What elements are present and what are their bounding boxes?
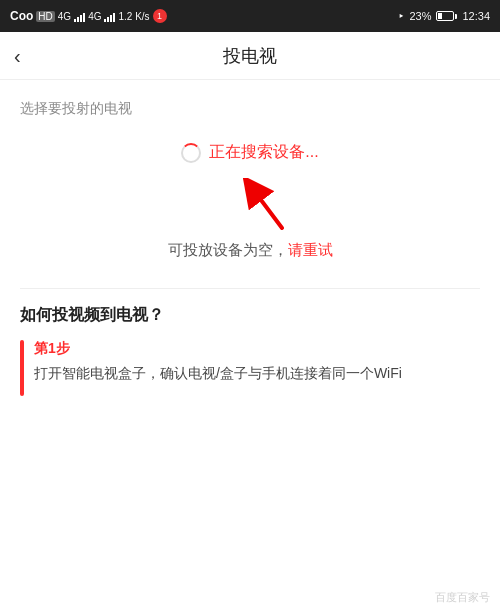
retry-text: 请重试 (288, 241, 333, 258)
red-arrow-icon (240, 178, 300, 233)
svg-line-1 (252, 188, 282, 228)
signal-4g-2: 4G (88, 11, 101, 22)
signal-bars-2 (104, 10, 115, 22)
network-speed: 1.2 K/s (118, 11, 149, 22)
howto-section: 如何投视频到电视？ 第1步 打开智能电视盒子，确认电视/盒子与手机连接着同一个W… (20, 288, 480, 396)
loading-spinner (181, 143, 201, 163)
step-1-desc: 打开智能电视盒子，确认电视/盒子与手机连接着同一个WiFi (34, 362, 480, 384)
watermark: 百度百家号 (435, 590, 490, 605)
main-content: 选择要投射的电视 正在搜索设备... 可投放设备为空，请重试 如何投视频到电视？ (0, 80, 500, 406)
status-right: ‣ 23% 12:34 (398, 10, 490, 23)
app-label: Coo (10, 9, 33, 23)
step-1-content: 第1步 打开智能电视盒子，确认电视/盒子与手机连接着同一个WiFi (34, 340, 480, 396)
searching-area: 正在搜索设备... (20, 142, 480, 163)
back-button[interactable]: ‹ (14, 46, 21, 66)
bluetooth-icon: ‣ (398, 10, 404, 23)
page-title: 投电视 (223, 44, 277, 68)
nav-bar: ‹ 投电视 (0, 32, 500, 80)
searching-text: 正在搜索设备... (209, 142, 318, 163)
status-left: Coo HD 4G 4G 1.2 K/s 1 (10, 9, 167, 23)
empty-message: 可投放设备为空，请重试 (20, 241, 480, 260)
arrow-annotation (20, 183, 480, 233)
battery-icon (436, 11, 457, 21)
howto-title: 如何投视频到电视？ (20, 305, 480, 326)
notif-count: 1 (153, 9, 167, 23)
signal-4g-1: 4G (58, 11, 71, 22)
step-1-label: 第1步 (34, 340, 480, 358)
signal-bars-1 (74, 10, 85, 22)
section-label: 选择要投射的电视 (20, 100, 480, 118)
clock: 12:34 (462, 10, 490, 22)
step-1-indicator (20, 340, 24, 396)
hd-badge: HD (36, 11, 54, 22)
status-bar: Coo HD 4G 4G 1.2 K/s 1 ‣ 23% 12:34 (0, 0, 500, 32)
empty-text: 可投放设备为空， (168, 241, 288, 258)
step-1: 第1步 打开智能电视盒子，确认电视/盒子与手机连接着同一个WiFi (20, 340, 480, 396)
battery-percent: 23% (409, 10, 431, 22)
